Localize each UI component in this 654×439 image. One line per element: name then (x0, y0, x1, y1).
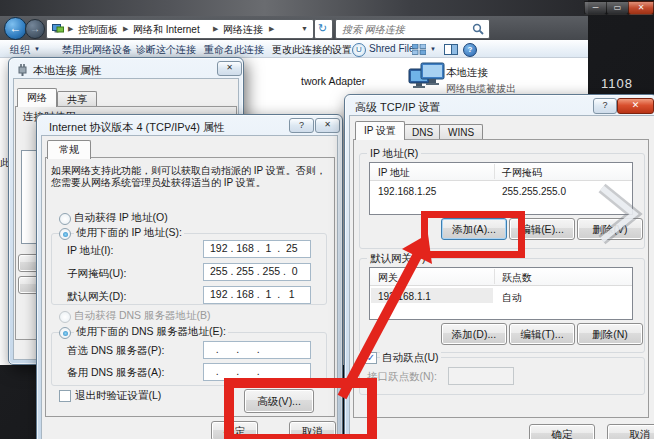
column-header-mask[interactable]: 子网掩码 (502, 166, 542, 180)
tab-sharing[interactable]: 共享 (57, 91, 97, 107)
ip-row-mask[interactable]: 255.255.255.0 (502, 186, 566, 197)
cancel-button[interactable]: 取消 (607, 424, 654, 439)
adapter-name-fragment: twork Adapter (301, 75, 365, 87)
breadcrumb-separator-icon: ▶ (68, 25, 73, 33)
annotation-rect-add-button (421, 211, 525, 258)
advanced-tcpip-dialog: 高级 TCP/IP 设置 ? ✕ IP 设置 DNS WINS IP 地址(R)… (344, 94, 654, 439)
network-connection-icon[interactable] (408, 62, 446, 95)
forward-icon: → (30, 23, 40, 34)
ip-address-input[interactable]: 192 . 168 . 1 . 25 (203, 240, 311, 258)
ok-button[interactable]: 确定 (529, 424, 595, 439)
ip-addresses-table[interactable]: IP 地址 子网掩码 192.168.1.25 255.255.255.0 (369, 162, 633, 215)
breadcrumb-bar[interactable]: ▶ 控制面板 ▶ 网络和 Internet ▶ 网络连接 ▶ ▼ (46, 19, 314, 39)
refresh-icon: ↻ (318, 22, 327, 35)
tab-ip-settings[interactable]: IP 设置 (355, 121, 405, 140)
ip-address-label: IP 地址(I): (67, 244, 113, 258)
forward-button[interactable]: → (25, 19, 45, 39)
minimize-button[interactable]: ─ (584, 1, 607, 15)
back-icon: ← (10, 21, 22, 35)
search-input[interactable]: 搜索 网络连接 (335, 19, 490, 39)
ip-addresses-group-caption: IP 地址(R) (367, 147, 421, 161)
toolbar-disable-device[interactable]: 禁用此网络设备 (62, 43, 132, 57)
dialog-title: 高级 TCP/IP 设置 (355, 100, 440, 115)
gateway-row-metric[interactable]: 自动 (502, 291, 522, 305)
gateway-edit-button[interactable]: 编辑(T)... (509, 323, 575, 345)
toolbar-rename[interactable]: 重命名此连接 (204, 43, 264, 57)
toolbar-diagnose[interactable]: 诊断这个连接 (136, 43, 196, 57)
default-gateway-input[interactable]: 192 . 168 . 1 . 1 (203, 286, 311, 304)
validate-on-exit-label[interactable]: 退出时验证设置(L) (75, 389, 161, 403)
back-button[interactable]: ← (4, 17, 27, 40)
annotation-rect-advanced-button (224, 378, 377, 439)
radio-auto-ip-label[interactable]: 自动获得 IP 地址(O) (74, 211, 168, 225)
description-line2: 您需要从网络系统管理员处获得适当的 IP 设置。 (51, 176, 266, 190)
close-icon: ✕ (632, 100, 640, 110)
breadcrumb-item-network-internet[interactable]: 网络和 Internet (133, 23, 200, 37)
toolbar-organize[interactable]: 组织 (10, 43, 30, 57)
gateway-row-address[interactable]: 192.168.1.1 (378, 291, 431, 302)
tab-network[interactable]: 网络 (17, 88, 57, 107)
gateways-table[interactable]: 网关 跃点数 192.168.1.1 自动 (369, 267, 633, 320)
validate-on-exit-checkbox[interactable] (59, 390, 71, 402)
alternate-dns-label: 备用 DNS 服务器(A): (67, 366, 164, 380)
tab-general[interactable]: 常规 (47, 140, 91, 159)
refresh-button[interactable]: ↻ (314, 19, 333, 39)
column-header-ip[interactable]: IP 地址 (378, 166, 410, 180)
close-button[interactable]: ✕ (628, 1, 654, 15)
breadcrumb-item-control-panel[interactable]: 控制面板 (78, 23, 118, 37)
views-icon[interactable] (412, 44, 426, 55)
auto-metric-checkbox[interactable]: ✓ (365, 352, 377, 364)
tab-dns[interactable]: DNS (404, 124, 441, 140)
radio-auto-ip[interactable] (59, 213, 71, 225)
help-icon: ? (602, 100, 607, 110)
dialog-close-button[interactable]: ✕ (217, 61, 242, 76)
radio-use-ip-label[interactable]: 使用下面的 IP 地址(S): (74, 226, 184, 240)
dialog-close-button[interactable]: ✕ (617, 98, 654, 114)
dialog-close-button[interactable]: ✕ (315, 118, 340, 133)
breadcrumb-separator-icon: ▶ (269, 25, 274, 33)
desktop-gadget-number: 1108 (601, 76, 633, 91)
gateway-add-button[interactable]: 添加(D)... (441, 323, 507, 345)
views-dropdown-icon[interactable]: ▼ (430, 46, 436, 52)
dialog-title: 本地连接 属性 (33, 63, 102, 78)
check-icon: ✓ (367, 352, 375, 363)
radio-use-dns-label[interactable]: 使用下面的 DNS 服务器地址(E): (74, 325, 228, 339)
tab-wins[interactable]: WINS (439, 124, 483, 140)
help-icon: ? (299, 120, 304, 130)
location-icon (52, 23, 64, 35)
column-separator (494, 164, 495, 179)
preferred-dns-label: 首选 DNS 服务器(P): (67, 344, 164, 358)
connection-name[interactable]: 本地连接 (446, 66, 488, 80)
subnet-mask-label: 子网掩码(U): (67, 267, 127, 281)
close-icon: ✕ (226, 63, 233, 72)
dialog-help-button[interactable]: ? (593, 98, 617, 114)
subnet-mask-input[interactable]: 255 . 255 . 255 . 0 (203, 263, 311, 281)
radio-use-dns[interactable] (59, 327, 71, 339)
breadcrumb-item-network-connections[interactable]: 网络连接 (223, 23, 263, 37)
column-header-gateway[interactable]: 网关 (378, 271, 398, 285)
radio-use-ip[interactable] (59, 228, 71, 240)
gateways-group-caption: 默认网关(F) (367, 252, 428, 266)
gateway-remove-button[interactable]: 删除(N) (577, 323, 643, 345)
connection-plug-icon (17, 63, 28, 76)
breadcrumb-dropdown-icon[interactable]: ▼ (301, 25, 308, 32)
help-icon[interactable]: ? (463, 43, 477, 57)
column-header-metric[interactable]: 跃点数 (502, 271, 532, 285)
close-icon: ✕ (324, 120, 331, 129)
search-icon (472, 23, 484, 35)
maximize-icon: ▭ (614, 3, 622, 12)
radio-auto-dns-label: 自动获得 DNS 服务器地址(B) (74, 309, 211, 323)
dialog-title: Internet 协议版本 4 (TCP/IPv4) 属性 (49, 120, 225, 135)
toolbar-shred-file[interactable]: Shred File (369, 43, 415, 54)
table-header (370, 268, 632, 286)
auto-metric-label[interactable]: 自动跃点(U) (380, 351, 441, 365)
dialog-help-button[interactable]: ? (289, 118, 314, 133)
radio-auto-dns (59, 311, 71, 323)
maximize-button[interactable]: ▭ (606, 1, 629, 15)
preview-pane-icon[interactable] (444, 44, 458, 55)
ip-row-address[interactable]: 192.168.1.25 (378, 186, 436, 197)
column-separator (494, 269, 495, 284)
toolbar-change-settings[interactable]: 更改此连接的设置 (272, 43, 352, 57)
preferred-dns-input[interactable]: . . . (203, 341, 311, 359)
organize-dropdown-icon: ▼ (34, 46, 40, 52)
